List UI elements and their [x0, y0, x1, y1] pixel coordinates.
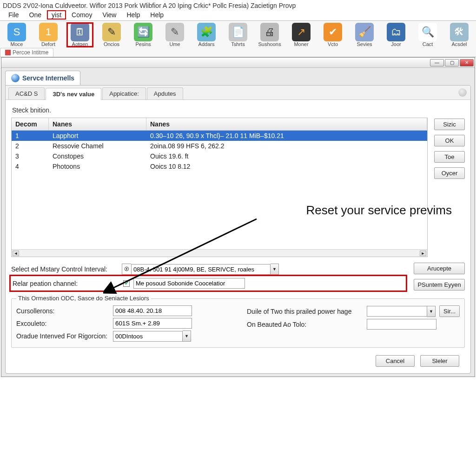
menu-one[interactable]: One — [25, 10, 46, 20]
ok-button[interactable]: OK — [434, 135, 465, 146]
window-titlebar: — ▢ ✕ — [1, 58, 475, 68]
toolbar-label: Sushoons — [258, 41, 281, 47]
toolbar-icon: 🧩 — [197, 23, 216, 41]
toolbar-label: Pesins — [135, 41, 151, 47]
sub-tab-appicatice[interactable]: Appicatice: — [102, 87, 146, 99]
grid-horizontal-scrollbar[interactable]: ◄ ► — [12, 249, 427, 257]
table-row[interactable]: 1Lapphort0.30–10 26, 90.9 x Thcl)– 21.0 … — [12, 131, 427, 141]
toolbar: SMoce1Defort🗓Aotgen✎Oncios🔄Pesins✎Ume🧩Ad… — [0, 20, 476, 57]
menu-yist[interactable]: yist — [47, 10, 66, 20]
arucepte-button[interactable]: Arucepte — [414, 263, 465, 274]
sub-tab-strip: AC&D S 3D's nev value Appicatice: Apdute… — [6, 86, 470, 100]
suntem-eyyen-button[interactable]: PSuntem Eyyen — [414, 279, 465, 291]
data-grid[interactable]: Decom Nanes Nanes 1Lapphort0.30–10 26, 9… — [11, 118, 428, 257]
toolbar-moner-button[interactable]: ↗Moner — [288, 23, 314, 47]
toolbar-vcto-button[interactable]: ✔Vcto — [320, 23, 346, 47]
toolbar-tshrts-button[interactable]: 📄Tshrts — [225, 23, 251, 47]
excouleto-input[interactable] — [113, 318, 192, 329]
globe-icon — [11, 74, 20, 82]
sub-tab-acds[interactable]: AC&D S — [8, 87, 45, 99]
toolbar-icon: S — [7, 23, 26, 41]
duile-combo[interactable]: ▼ — [367, 306, 436, 317]
oradue-input[interactable] — [113, 331, 183, 342]
window-minimize-button[interactable]: — — [430, 59, 444, 66]
toolbar-aotgen-button[interactable]: 🗓Aotgen — [67, 23, 93, 47]
relar-channel-input[interactable] — [133, 278, 245, 289]
menubar: File One yist Comoy View Help Help — [0, 10, 476, 20]
toolbar-icon: 🛠 — [450, 23, 469, 41]
toolbar-pesins-button[interactable]: 🔄Pesins — [130, 23, 156, 47]
menu-help-2[interactable]: Help — [145, 10, 168, 20]
toolbar-icon: 🗂 — [387, 23, 405, 41]
grid-header-decom[interactable]: Decom — [12, 118, 49, 130]
fieldset-legend: This Ormestion ODC, Sasce do Seniacte Le… — [16, 295, 151, 302]
toolbar-icon: ↗ — [292, 23, 311, 41]
toolbar-ume-button[interactable]: ✎Ume — [162, 23, 188, 47]
toolbar-label: Vcto — [328, 41, 338, 47]
toolbar-oncios-button[interactable]: ✎Oncios — [99, 23, 125, 47]
sub-tab-new-value[interactable]: 3D's nev value — [46, 88, 101, 100]
menu-comoy[interactable]: Comoy — [67, 10, 97, 20]
toolbar-icon: ✎ — [165, 23, 184, 41]
toe-button[interactable]: Toe — [434, 151, 465, 163]
window-close-button[interactable]: ✕ — [460, 59, 474, 66]
cursollerons-input[interactable] — [113, 305, 192, 316]
table-row[interactable]: 2Ressovie Chamel2oina.08 99 HFS 6, 262.2 — [12, 141, 427, 151]
control-interval-combo[interactable]: ⦿ ▼ — [122, 264, 279, 275]
onbeauted-input[interactable] — [367, 319, 436, 330]
scroll-left-icon[interactable]: ◄ — [13, 251, 19, 256]
toolbar-icon: ✔ — [324, 23, 342, 41]
combo-picker-icon[interactable]: ⦿ — [122, 264, 131, 275]
sizic-button[interactable]: Sizic — [434, 119, 465, 130]
excouleto-label: Excouleto: — [16, 320, 109, 327]
oradue-combo[interactable]: ▼ — [113, 331, 191, 342]
toolbar-acsdel-button[interactable]: 🛠Acsdel — [446, 23, 472, 47]
chevron-down-icon[interactable]: ▼ — [183, 331, 191, 342]
grid-header-nanes-1[interactable]: Nanes — [49, 118, 146, 130]
gear-icon[interactable] — [458, 88, 467, 97]
toolbar-label: Aotgen — [72, 41, 88, 47]
toolbar-joor-button[interactable]: 🗂Joor — [383, 23, 409, 47]
table-row[interactable]: 3ConstopesOuics 19.6. ft — [12, 151, 427, 161]
toolbar-moce-button[interactable]: SMoce — [4, 23, 30, 47]
control-interval-label: Select ed Mstary Control Interval: — [11, 265, 118, 273]
toolbar-defort-button[interactable]: 1Defort — [35, 23, 61, 47]
toolbar-label: Ume — [169, 41, 180, 47]
toolbar-sushoons-button[interactable]: 🖨Sushoons — [257, 23, 283, 47]
grid-header-nanes-2[interactable]: Nanes — [146, 118, 427, 130]
table-row[interactable]: 4PhotoonsOoics 10 8.12 — [12, 161, 427, 172]
cancel-button[interactable]: Cancel — [376, 355, 415, 367]
toolbar-label: Moce — [11, 41, 23, 47]
scroll-right-icon[interactable]: ► — [420, 251, 426, 256]
cell-decom: 4 — [12, 161, 49, 172]
menu-file[interactable]: File — [4, 10, 24, 20]
sub-tab-apdutes[interactable]: Apdutes — [147, 87, 183, 99]
toolbar-label: Addars — [198, 41, 215, 47]
doc-tab-label: Percoe Intitme — [13, 49, 48, 56]
steck-label: Steck bnition. — [12, 106, 465, 114]
chevron-down-icon[interactable]: ▼ — [427, 306, 436, 317]
duile-input[interactable] — [367, 306, 427, 317]
menu-view[interactable]: View — [98, 10, 121, 20]
cell-decom: 3 — [12, 151, 49, 161]
relar-channel-checkbox[interactable]: ✔ — [123, 280, 130, 287]
toolbar-addars-button[interactable]: 🧩Addars — [193, 23, 219, 47]
toolbar-sevies-button[interactable]: 🧹Sevies — [351, 23, 377, 47]
window-maximize-button[interactable]: ▢ — [445, 59, 459, 66]
document-tab[interactable]: Percoe Intitme — [0, 48, 53, 57]
cell-decom: 1 — [12, 131, 49, 141]
chevron-down-icon[interactable]: ▼ — [271, 264, 279, 275]
service-tab-label: Servce Internells — [22, 74, 74, 82]
oycer-button[interactable]: Oycer — [434, 167, 465, 179]
cell-value: Ooics 10 8.12 — [146, 161, 427, 172]
sir-button[interactable]: Sir... — [439, 305, 460, 317]
sleler-button[interactable]: Sleler — [420, 355, 459, 367]
toolbar-cact-button[interactable]: 🔍Cact — [415, 23, 441, 47]
toolbar-label: Tshrts — [231, 41, 245, 47]
oradue-label: Oradue Intenved For Rigorcion: — [16, 332, 109, 340]
app-title: DDDS 2V02-Iona Culdveetor. Wiflor 2013 P… — [0, 0, 476, 10]
toolbar-icon: 🔄 — [134, 23, 152, 41]
service-internells-tab[interactable]: Servce Internells — [5, 71, 80, 85]
control-interval-input[interactable] — [131, 264, 271, 275]
menu-help[interactable]: Help — [122, 10, 145, 20]
